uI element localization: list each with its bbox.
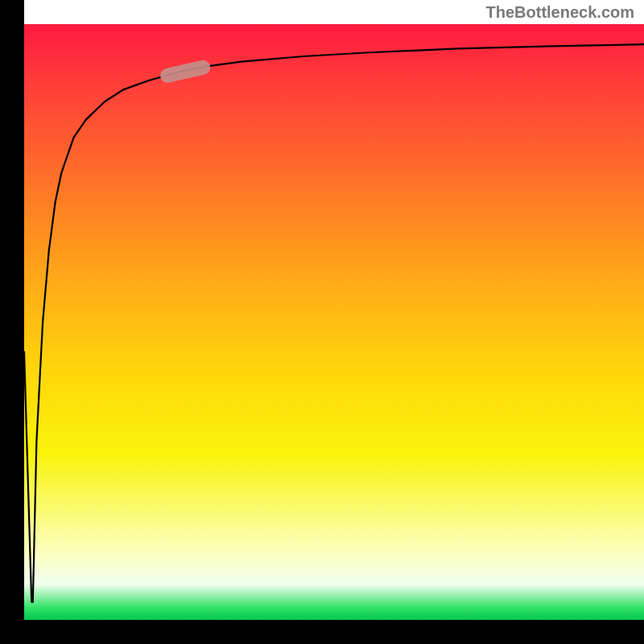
watermark-text: TheBottleneck.com xyxy=(486,3,634,22)
chart-container xyxy=(0,0,644,644)
highlight-segment xyxy=(159,59,212,85)
y-axis-bar xyxy=(0,0,24,620)
bottleneck-curve xyxy=(24,44,644,602)
curve-svg xyxy=(24,24,644,620)
x-axis-bar xyxy=(0,620,644,644)
